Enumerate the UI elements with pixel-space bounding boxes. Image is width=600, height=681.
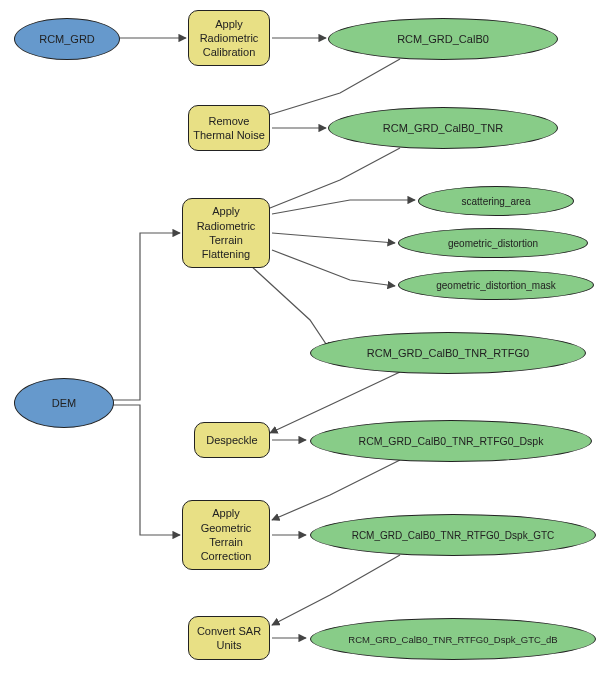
step-geometric-terrain-correction: Apply Geometric Terrain Correction xyxy=(182,500,270,570)
output-dspk: RCM_GRD_CalB0_TNR_RTFG0_Dspk xyxy=(310,420,592,462)
step-terrain-flattening: Apply Radiometric Terrain Flattening xyxy=(182,198,270,268)
output-geometric-distortion: geometric_distortion xyxy=(398,228,588,258)
input-dem: DEM xyxy=(14,378,114,428)
output-gtc: RCM_GRD_CalB0_TNR_RTFG0_Dspk_GTC xyxy=(310,514,596,556)
output-geometric-distortion-mask: geometric_distortion_mask xyxy=(398,270,594,300)
step-radiometric-calibration: Apply Radiometric Calibration xyxy=(188,10,270,66)
output-scattering-area: scattering_area xyxy=(418,186,574,216)
output-calb0: RCM_GRD_CalB0 xyxy=(328,18,558,60)
step-convert-sar-units: Convert SAR Units xyxy=(188,616,270,660)
step-despeckle: Despeckle xyxy=(194,422,270,458)
step-remove-thermal-noise: Remove Thermal Noise xyxy=(188,105,270,151)
output-db: RCM_GRD_CalB0_TNR_RTFG0_Dspk_GTC_dB xyxy=(310,618,596,660)
output-calb0-tnr: RCM_GRD_CalB0_TNR xyxy=(328,107,558,149)
input-rcm-grd: RCM_GRD xyxy=(14,18,120,60)
svg-line-3 xyxy=(272,233,395,243)
output-rtfg0: RCM_GRD_CalB0_TNR_RTFG0 xyxy=(310,332,586,374)
